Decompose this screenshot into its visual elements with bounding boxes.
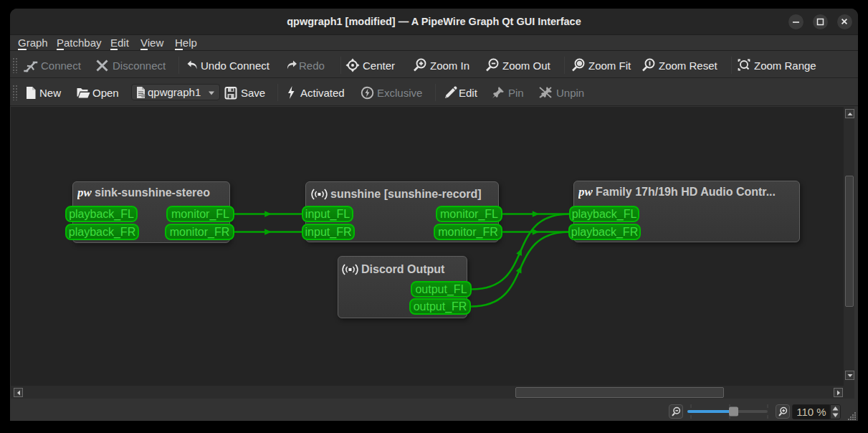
svg-text:pw: pw (77, 187, 92, 199)
svg-text:pw: pw (578, 186, 593, 199)
